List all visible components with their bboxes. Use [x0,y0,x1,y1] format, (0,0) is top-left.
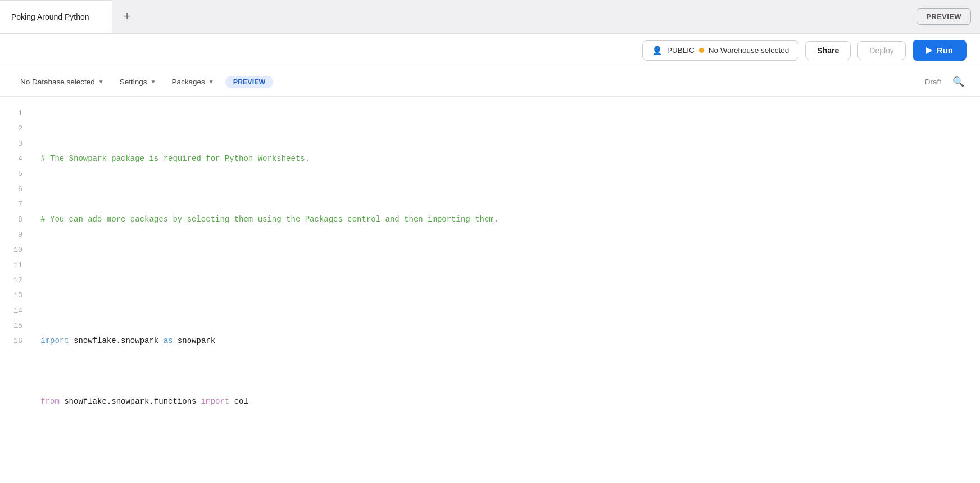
tab-title: Poking Around Python [11,12,89,21]
deploy-button: Deploy [858,41,906,60]
line-num-4: 4 [13,151,22,166]
packages-label: Packages [171,78,205,86]
code-line-5: from snowflake.snowpark.functions import… [40,394,971,409]
line-num-12: 12 [13,273,22,288]
database-selector[interactable]: No Database selected ▼ [13,74,111,89]
line-num-6: 6 [13,182,22,197]
line-num-15: 15 [13,318,22,333]
run-label: Run [937,46,953,55]
database-dropdown-arrow: ▼ [98,79,104,85]
code-line-4: import snowflake.snowpark as snowpark [40,333,971,349]
warehouse-label: No Warehouse selected [709,46,790,55]
line-num-11: 11 [13,258,22,273]
line-num-2: 2 [13,121,22,136]
share-button[interactable]: Share [805,41,851,60]
add-tab-button[interactable]: + [115,4,139,29]
line-num-10: 10 [13,242,22,258]
settings-dropdown-arrow: ▼ [151,79,156,85]
code-line-3 [40,273,971,288]
line-num-13: 13 [13,288,22,303]
preview-button-top[interactable]: PREVIEW [917,8,971,25]
code-content[interactable]: # The Snowpark package is required for P… [36,106,980,474]
play-icon [926,47,932,54]
line-num-14: 14 [13,303,22,318]
database-label: No Database selected [20,78,95,86]
code-line-1: # The Snowpark package is required for P… [40,151,971,166]
settings-selector[interactable]: Settings ▼ [113,74,163,89]
tab-bar: Poking Around Python + PREVIEW [0,0,980,34]
line-num-7: 7 [13,197,22,212]
line-num-3: 3 [13,136,22,151]
line-num-5: 5 [13,166,22,182]
packages-dropdown-arrow: ▼ [208,79,214,85]
public-label: PUBLIC [667,46,695,55]
line-num-9: 9 [13,227,22,242]
line-numbers: 1 2 3 4 5 6 7 8 9 10 11 12 13 14 15 16 [0,106,36,474]
preview-badge: PREVIEW [225,76,274,88]
line-num-8: 8 [13,212,22,227]
run-button[interactable]: Run [913,40,967,61]
settings-label: Settings [120,78,147,86]
packages-selector[interactable]: Packages ▼ [165,74,220,89]
warehouse-status-dot [699,48,704,53]
line-num-16: 16 [13,333,22,349]
search-icon-button[interactable]: 🔍 [950,74,967,90]
line-num-1: 1 [13,106,22,121]
person-icon: 👤 [652,46,663,56]
code-editor[interactable]: 1 2 3 4 5 6 7 8 9 10 11 12 13 14 15 16 #… [0,97,980,483]
toolbar: 👤 PUBLIC No Warehouse selected Share Dep… [0,34,980,67]
code-line-6 [40,455,971,470]
code-line-2: # You can add more packages by selecting… [40,212,971,227]
draft-label: Draft [925,78,941,86]
editor-area: No Database selected ▼ Settings ▼ Packag… [0,67,980,483]
tab-poking-around-python[interactable]: Poking Around Python [0,0,112,33]
secondary-toolbar: No Database selected ▼ Settings ▼ Packag… [0,67,980,97]
code-editor-wrapper: 1 2 3 4 5 6 7 8 9 10 11 12 13 14 15 16 #… [0,97,980,483]
warehouse-selector[interactable]: 👤 PUBLIC No Warehouse selected [642,40,798,61]
